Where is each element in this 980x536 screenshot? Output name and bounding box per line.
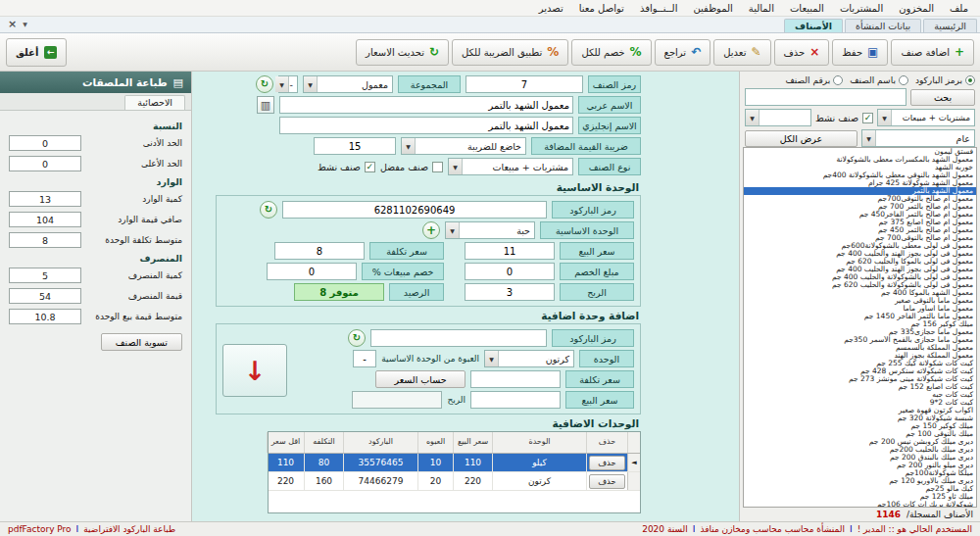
vat-rate-input[interactable] (314, 137, 396, 155)
list-item[interactable]: معمول فى لولى بالموكا والحليب 620 جم (744, 258, 976, 266)
base-barcode-input[interactable] (282, 201, 547, 219)
sales-discount-input[interactable] (267, 263, 357, 280)
list-item[interactable]: ميلك كوكير 150 جم (744, 422, 976, 430)
delete-unit-button[interactable]: حذف (589, 474, 625, 489)
list-item[interactable]: ديرى ميلك بالاوريو 120 جم (744, 477, 976, 485)
list-item[interactable]: معمول فى لولى معطى بالشوكولانة600جم (744, 242, 976, 250)
menu-item[interactable]: الــنــوافذ (632, 3, 686, 14)
list-item[interactable]: كيك مالو 25جم (744, 485, 976, 493)
search-button[interactable]: بحث (910, 89, 975, 106)
tab-1[interactable]: الرئيسية (923, 19, 977, 32)
list-item[interactable]: معمول فى لولى بالشوكولانة والحليب 400 جم (744, 273, 976, 281)
adjust-item-button[interactable]: تسوية الصنف (101, 333, 182, 351)
list-item[interactable]: اكواب كرتون قهوة صغير (744, 407, 976, 414)
menu-item[interactable]: الموظفين (685, 3, 740, 14)
tab-2[interactable]: بيانات المنشأة (845, 19, 921, 32)
menu-item[interactable]: المشتريات (832, 3, 891, 14)
search-radio-by-barcode[interactable]: برمز الباركود (915, 75, 975, 85)
generate-barcode-button[interactable] (260, 201, 277, 219)
discount-amount-input[interactable] (465, 263, 555, 280)
list-item[interactable]: ميلكا شوكولانة100جم (744, 469, 976, 477)
delete-unit-button[interactable]: حذف (589, 456, 625, 470)
tab-3[interactable]: الأصناف (784, 19, 843, 32)
list-item[interactable]: ميلك كوكير 156 جم (744, 320, 976, 328)
item-number-input[interactable] (466, 75, 583, 93)
list-item[interactable]: ديرى ميلو بالنور 200 جم (744, 462, 976, 469)
list-item[interactable]: خوربه الشهد (744, 164, 976, 171)
print-labels-button[interactable]: طباعة الملصقات (0, 72, 191, 93)
list-item[interactable]: ميلك ثاو 125 جم (744, 493, 976, 501)
list-item[interactable]: معمول ام صالح بالتمر الفاخر450 جم (744, 211, 976, 219)
search-radio-by-name[interactable]: باسم الصنف (850, 75, 908, 85)
update-prices-button[interactable]: ↻تحديث الاسعار (356, 39, 449, 66)
list-item[interactable]: معمول الشهد شوكولانة 425 جرام (744, 179, 976, 187)
add-extra-unit-button[interactable] (222, 344, 287, 397)
list-item[interactable]: كيت كات اصابع 152 جم (744, 383, 976, 391)
list-item[interactable]: معمول ماما اساور ماما (744, 305, 976, 313)
list-item[interactable]: معمول ام صالح بالنوقى700جم (744, 195, 976, 203)
sub-group-combo[interactable]: - (278, 75, 298, 93)
menu-item[interactable]: المبيعات (782, 3, 832, 14)
list-item[interactable]: معمول ام صالح اصابع 375 جم (744, 219, 976, 226)
cost-price-input[interactable] (274, 242, 365, 260)
list-item[interactable]: معمول ماما بالتمر الفاخر 1450 جم (744, 313, 976, 320)
calc-price-button[interactable]: حساب السعر (375, 370, 466, 388)
list-item[interactable]: كيت كات شيكولاته سنكرس 428 جم (744, 367, 976, 375)
menu-item[interactable]: ملف (942, 3, 976, 14)
list-item[interactable]: معمول ام صالح بالنوقى700 جم (744, 234, 976, 242)
extra-sale-input[interactable] (470, 391, 561, 409)
menu-item[interactable]: المالية (741, 3, 782, 14)
list-item[interactable]: كيت كات شكولانة كيك 255 جم (744, 360, 976, 367)
extra-barcode-input[interactable] (370, 329, 547, 347)
list-item[interactable]: معمول الشهد بالمكسرات معطى بالشوكولانة (744, 156, 976, 164)
list-item[interactable]: شوكولانة بريك ات كات 106جم (744, 501, 976, 508)
group-combo[interactable]: معمول (303, 75, 393, 93)
extra-filter-combo[interactable] (745, 109, 811, 126)
list-item[interactable]: معمول الشهد بالنوقي معطى بالشوكولانة 400… (744, 171, 976, 179)
menu-item[interactable]: تواصل معنا (571, 3, 632, 14)
list-item[interactable]: معمول فى لولى بالشوكولانة والحليب 620 جم (744, 281, 976, 289)
units-table-row[interactable]: حذفكرتون2202074466279160220 (269, 472, 640, 491)
list-item[interactable]: ديرى ميلك كروبشن نيس 200 جم (744, 438, 976, 446)
list-item[interactable]: معمول ام صالح بالتمر 700 جم (744, 203, 976, 211)
list-item[interactable]: معمول ماما بالنوقى صغير (744, 297, 976, 305)
type-filter-combo[interactable]: مشتريات + مبيعات (877, 109, 975, 126)
menu-item[interactable]: تصدير (531, 3, 571, 14)
tab-list-dropdown-icon[interactable] (23, 21, 27, 27)
list-item[interactable]: ديرى ميلك بالبندق 200 جم (744, 454, 976, 462)
list-item[interactable]: معمول المملكة بالسمسم (744, 344, 976, 352)
delete-button[interactable]: ×حذف (774, 39, 830, 66)
close-button[interactable]: أغلق (6, 38, 67, 67)
list-item[interactable]: معمول ماما حجازى335 جم (744, 328, 976, 336)
list-item[interactable]: كيت كات حبه (744, 391, 976, 399)
list-item[interactable]: معمول فى لولى بجوز الهند والحليب 400 جم (744, 266, 976, 273)
list-item[interactable]: ديرى ميلك بالحليب 200جم (744, 446, 976, 454)
add-unit-type-button[interactable] (422, 221, 440, 239)
search-radio-by-number[interactable]: برقم الصنف (785, 75, 843, 85)
list-item[interactable]: معمول المملكة بجوز الهند (744, 352, 976, 360)
menu-item[interactable]: المخزون (891, 3, 942, 14)
list-item[interactable]: معمول الشهد بالموكا 400 جم (744, 289, 976, 297)
list-item[interactable]: معمول فى لولى بجوز الهند والحليب 400 جم (744, 250, 976, 258)
edit-button[interactable]: ✎تعديل (713, 39, 770, 66)
add-item-button[interactable]: +اضافة صنف (891, 39, 974, 66)
list-item[interactable]: شبسة شيكولانة 320 جم (744, 414, 976, 422)
show-all-button[interactable]: عرض الكل (745, 130, 858, 147)
extra-cost-input[interactable] (470, 370, 561, 388)
extra-unit-combo[interactable]: كرتون (484, 350, 574, 367)
generate-extra-barcode-button[interactable] (348, 329, 366, 347)
item-type-combo[interactable]: مشتريات + مبيعات (448, 158, 573, 175)
vat-combo[interactable]: خاضع للضريبة (401, 137, 526, 155)
list-item[interactable]: معمول الشهد بالتمر (744, 187, 976, 195)
arabic-name-input[interactable] (279, 96, 573, 114)
list-item[interactable]: معمول ماما حجازى بالقمح الأسمر 350جم (744, 336, 976, 344)
list-item[interactable]: كيت كات 2*9 (744, 399, 976, 407)
group-filter-combo[interactable]: عام (861, 129, 975, 147)
save-button[interactable]: ▣حفظ (832, 39, 888, 66)
sale-price-input[interactable] (465, 242, 555, 260)
english-name-input[interactable] (279, 117, 573, 134)
list-item[interactable]: كيت كات شيكولانة مينى مونشز 273 جم (744, 375, 976, 383)
active-checkbox[interactable]: صنف نشط (318, 162, 375, 172)
close-tab-icon[interactable] (8, 18, 17, 30)
base-unit-combo[interactable]: حبة (445, 221, 535, 239)
